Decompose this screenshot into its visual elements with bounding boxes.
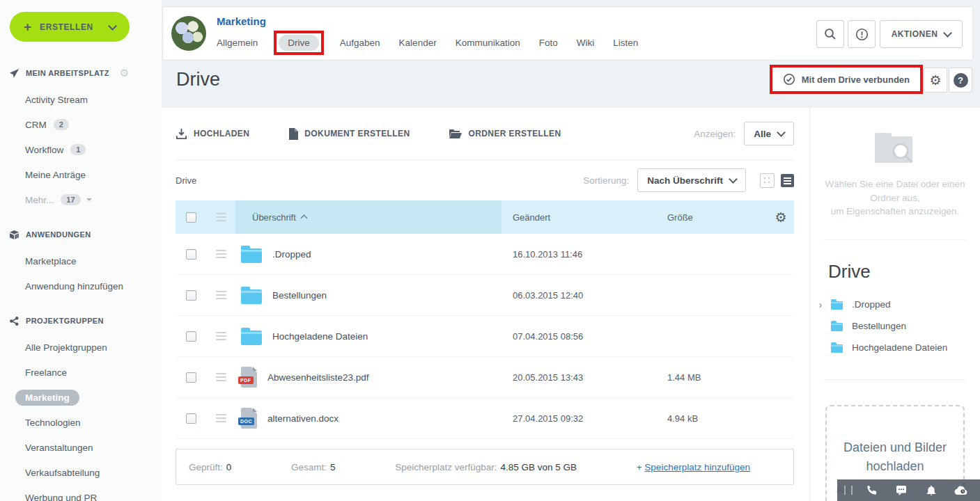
gear-icon[interactable]: ⚙ xyxy=(120,67,130,79)
column-header-size[interactable]: Größe xyxy=(656,212,768,223)
tab-kommunikation[interactable]: Kommunikation xyxy=(456,38,520,48)
tab-wiki[interactable]: Wiki xyxy=(577,38,595,48)
item-label: Alle Projektgruppen xyxy=(25,342,107,353)
tree-item-hochgeladene-dateien[interactable]: Hochgeladene Dateien xyxy=(810,337,980,358)
sidebar-item-anwendung-hinzufuegen[interactable]: Anwendung hinzufügen xyxy=(0,273,162,299)
chevron-right-icon[interactable]: › xyxy=(810,299,831,310)
folder-tree: › .Dropped Bestellungen Hochgeladene Dat… xyxy=(810,294,980,358)
sidebar-section-header[interactable]: MEIN ARBEITSPLATZ ⚙ xyxy=(0,66,162,80)
annotation-red-box-drive-status: Mit dem Drive verbunden xyxy=(770,65,923,94)
sidebar-item-meine-antraege[interactable]: Meine Anträge xyxy=(0,162,162,187)
column-header-title[interactable]: Überschrift xyxy=(235,200,501,234)
grid-view-toggle[interactable] xyxy=(760,173,775,188)
empty-line: Wählen Sie eine Datei oder einen xyxy=(810,177,980,191)
sidebar-item-marketplace[interactable]: Marketplace xyxy=(0,248,162,273)
table-row[interactable]: PDFAbwesenheitsliste23.pdf 20.05.2015 13… xyxy=(176,357,794,398)
search-button[interactable] xyxy=(816,20,844,48)
settings-button[interactable]: ⚙ xyxy=(924,67,947,93)
empty-line: um Eigenschaften anzuzeigen. xyxy=(810,205,980,218)
item-label: Mehr... xyxy=(25,195,54,205)
row-checkbox[interactable] xyxy=(186,372,196,383)
section-title: PROJEKTGRUPPEN xyxy=(26,317,104,325)
tree-item-dropped[interactable]: › .Dropped xyxy=(810,294,980,315)
phone-button[interactable] xyxy=(857,484,887,496)
sidebar-item-technologien[interactable]: Technologien xyxy=(0,410,162,435)
sidebar-item-werbung-und-pr[interactable]: Werbung und PR xyxy=(0,485,162,501)
column-header-modified[interactable]: Geändert xyxy=(501,212,656,223)
sort-value: Nach Überschrift xyxy=(647,175,723,186)
create-button[interactable]: + ERSTELLEN xyxy=(10,12,130,42)
sidebar-item-workflow[interactable]: Workflow1 xyxy=(0,137,162,162)
select-all-checkbox[interactable] xyxy=(186,212,196,223)
file-size: 1.44 MB xyxy=(656,372,768,383)
row-checkbox[interactable] xyxy=(186,413,196,424)
breadcrumb[interactable]: Drive xyxy=(176,175,196,186)
file-name[interactable]: Abwesenheitsliste23.pdf xyxy=(267,372,369,383)
drive-connected-button[interactable]: Mit dem Drive verbunden xyxy=(772,67,920,91)
row-checkbox[interactable] xyxy=(186,249,196,260)
sidebar: + ERSTELLEN MEIN ARBEITSPLATZ ⚙ Activity… xyxy=(0,0,162,501)
cloud-clock-icon xyxy=(954,485,967,495)
actions-button[interactable]: AKTIONEN xyxy=(880,20,963,48)
item-label: Veranstaltungen xyxy=(25,443,93,453)
tab-drive[interactable]: Drive xyxy=(279,35,319,51)
add-storage-link[interactable]: + Speicherplatz hinzufügen xyxy=(637,462,750,472)
sidebar-item-alle-projektgruppen[interactable]: Alle Projektgruppen xyxy=(0,335,162,360)
view-toggles xyxy=(760,173,794,188)
file-name[interactable]: .Dropped xyxy=(272,249,311,260)
sort-label: Sortierung: xyxy=(583,175,629,186)
sidebar-section-header[interactable]: ANWENDUNGEN xyxy=(0,228,162,241)
sidebar-section-header[interactable]: PROJEKTGRUPPEN xyxy=(0,314,162,328)
sidebar-item-activity-stream[interactable]: Activity Stream xyxy=(0,87,162,112)
group-tabs: Allgemein Drive Aufgaben Kalender Kommun… xyxy=(217,35,638,51)
gear-icon[interactable]: ⚙ xyxy=(768,209,794,225)
drag-handle-icon[interactable] xyxy=(844,486,853,495)
file-type-badge: DOC xyxy=(238,418,254,425)
share-icon xyxy=(9,316,20,326)
file-name[interactable]: Bestellungen xyxy=(272,290,327,301)
notifications-button[interactable] xyxy=(917,484,947,496)
tab-listen[interactable]: Listen xyxy=(613,38,638,48)
file-name[interactable]: Hochgeladene Dateien xyxy=(272,331,368,342)
sidebar-item-marketing[interactable]: Marketing xyxy=(0,385,162,410)
sidebar-item-crm[interactable]: CRM2 xyxy=(0,112,162,137)
row-checkbox[interactable] xyxy=(186,331,196,342)
drive-sync-button[interactable] xyxy=(946,485,976,495)
package-icon xyxy=(9,230,20,240)
sidebar-item-verkaufsabteilung[interactable]: Verkaufsabteilung xyxy=(0,460,162,485)
table-row[interactable]: DOCalternativen.docx 27.04.2015 09:32 4.… xyxy=(176,398,794,439)
table-row[interactable]: Hochgeladene Dateien 07.04.2015 08:56 xyxy=(176,316,794,357)
help-button[interactable]: ? xyxy=(949,67,972,93)
drag-handle-icon xyxy=(216,376,226,378)
sort-select[interactable]: Nach Überschrift xyxy=(637,168,746,192)
tab-allgemein[interactable]: Allgemein xyxy=(217,38,258,48)
sidebar-item-veranstaltungen[interactable]: Veranstaltungen xyxy=(0,435,162,460)
item-label: Workflow xyxy=(25,145,63,155)
tree-item-bestellungen[interactable]: Bestellungen xyxy=(810,315,980,337)
upload-button[interactable]: HOCHLADEN xyxy=(176,128,249,140)
empty-selection-text: Wählen Sie eine Datei oder einen Ordner … xyxy=(810,177,980,218)
row-checkbox[interactable] xyxy=(186,290,196,301)
create-document-button[interactable]: DOKUMENT ERSTELLEN xyxy=(288,128,410,140)
show-filter-select[interactable]: Alle xyxy=(744,122,794,145)
group-avatar[interactable] xyxy=(171,16,206,51)
page-title: Drive xyxy=(176,69,220,90)
tab-aufgaben[interactable]: Aufgaben xyxy=(340,38,380,48)
sidebar-item-freelance[interactable]: Freelance xyxy=(0,360,162,385)
list-view-toggle[interactable] xyxy=(781,174,794,187)
tab-foto[interactable]: Foto xyxy=(539,38,558,48)
sidebar-item-mehr[interactable]: Mehr...17 xyxy=(0,187,162,212)
file-name[interactable]: alternativen.docx xyxy=(267,413,339,424)
group-title[interactable]: Marketing xyxy=(217,15,266,27)
count-badge: 1 xyxy=(70,144,86,155)
tab-kalender[interactable]: Kalender xyxy=(399,38,437,48)
location-arrow-icon xyxy=(9,68,20,79)
folder-icon xyxy=(831,323,843,331)
chat-button[interactable] xyxy=(887,484,917,496)
plus-icon: + xyxy=(637,462,642,472)
folder-open-icon xyxy=(449,128,462,139)
table-row[interactable]: Bestellungen 06.03.2015 12:40 xyxy=(176,275,794,316)
notifications-button[interactable] xyxy=(848,20,876,48)
table-row[interactable]: .Dropped 16.10.2013 11:46 xyxy=(176,234,794,275)
create-folder-button[interactable]: ORDNER ERSTELLEN xyxy=(449,128,561,139)
